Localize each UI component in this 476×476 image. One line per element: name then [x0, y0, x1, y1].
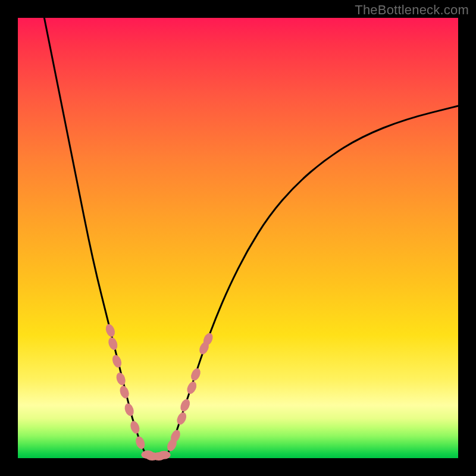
svg-point-2 — [111, 353, 123, 368]
svg-point-3 — [115, 371, 127, 386]
svg-point-15 — [178, 397, 192, 413]
data-marker — [185, 380, 198, 396]
data-marker — [134, 435, 146, 450]
plot-area — [18, 18, 458, 458]
svg-point-16 — [185, 380, 198, 396]
svg-point-5 — [123, 402, 136, 417]
bottleneck-curve — [44, 18, 458, 457]
svg-point-6 — [129, 419, 141, 434]
chart-svg — [18, 18, 458, 458]
data-marker — [115, 371, 127, 386]
svg-point-11 — [158, 451, 171, 459]
svg-point-1 — [107, 336, 119, 351]
data-marker — [118, 384, 131, 399]
marker-group — [104, 323, 215, 461]
svg-point-7 — [134, 435, 146, 450]
svg-point-4 — [118, 384, 131, 399]
svg-point-0 — [104, 323, 117, 338]
chart-frame: TheBottleneck.com — [0, 0, 476, 476]
data-marker — [107, 336, 119, 351]
watermark-text: TheBottleneck.com — [355, 2, 469, 18]
data-marker — [129, 419, 141, 434]
svg-point-17 — [189, 367, 202, 382]
data-marker — [123, 402, 136, 417]
curve-group — [44, 18, 458, 457]
svg-point-14 — [175, 411, 188, 426]
data-marker — [178, 397, 192, 413]
data-marker — [189, 367, 202, 382]
data-marker — [158, 451, 171, 459]
data-marker — [111, 353, 123, 368]
data-marker — [104, 323, 117, 338]
data-marker — [175, 411, 188, 426]
